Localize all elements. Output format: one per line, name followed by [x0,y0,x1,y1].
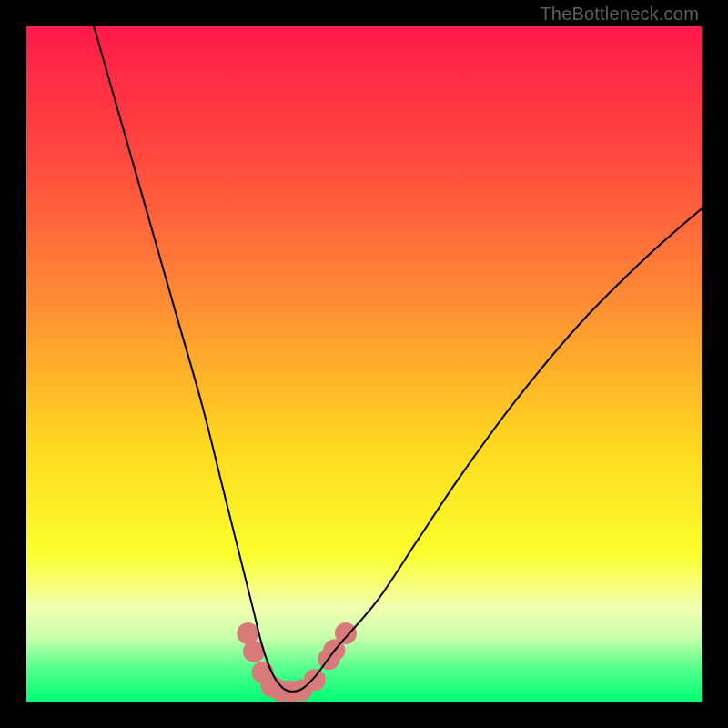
bottleneck-curve [94,26,702,692]
highlight-dot [335,622,357,644]
curve-layer [26,26,702,702]
watermark-text: TheBottleneck.com [540,4,699,25]
outer-frame: TheBottleneck.com [0,0,728,728]
highlight-dot [304,669,326,691]
plot-area [26,26,702,702]
